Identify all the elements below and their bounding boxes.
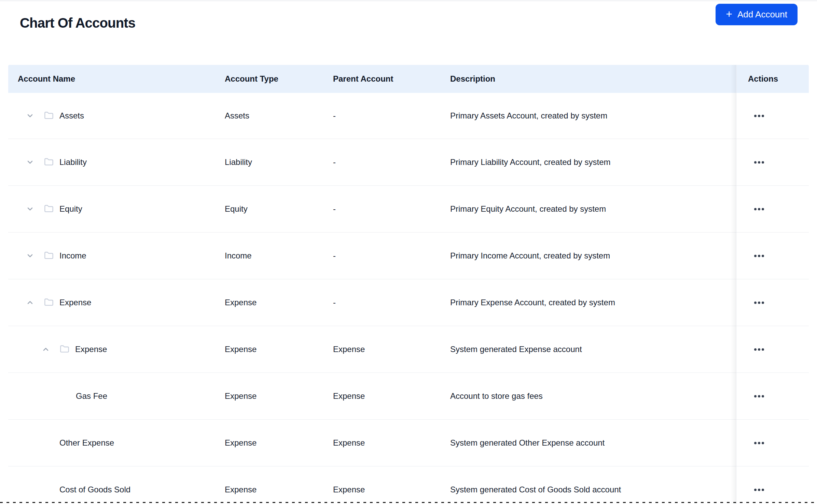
account-name: Liability: [59, 157, 87, 167]
parent-account-cell: Expense: [333, 373, 365, 419]
account-name-cell: Income: [8, 233, 86, 279]
account-name: Assets: [59, 111, 84, 121]
table-row: Expense Expense Expense System generated…: [8, 326, 809, 373]
expand-toggle-button[interactable]: [26, 298, 34, 307]
account-type-cell: Expense: [225, 420, 257, 466]
table-header: Account Name Account Type Parent Account…: [8, 65, 809, 93]
account-name: Cost of Goods Sold: [59, 485, 130, 494]
folder-icon: [44, 251, 54, 261]
description-cell: Primary Expense Account, created by syst…: [450, 279, 615, 326]
ellipsis-icon: [754, 302, 757, 304]
description-cell: System generated Expense account: [450, 326, 582, 373]
account-name: Gas Fee: [76, 391, 107, 401]
plus-icon: +: [726, 9, 732, 19]
table-row: Gas Fee Expense Expense Account to store…: [8, 373, 809, 420]
table-row: Equity Equity - Primary Equity Account, …: [8, 186, 809, 233]
row-actions-button[interactable]: [751, 437, 766, 449]
chevron-down-icon: [26, 158, 34, 166]
expand-toggle-button[interactable]: [42, 345, 50, 353]
parent-account-cell: -: [333, 186, 336, 232]
chevron-down-icon: [26, 112, 34, 120]
table-row: Liability Liability - Primary Liability …: [8, 139, 809, 186]
chevron-down-icon: [26, 205, 34, 213]
account-name-cell: Equity: [8, 186, 82, 232]
account-name-cell: Expense: [8, 279, 91, 326]
description-cell: Primary Liability Account, created by sy…: [450, 139, 611, 185]
folder-icon: [44, 157, 54, 167]
add-account-button[interactable]: + Add Account: [716, 4, 798, 25]
row-actions-button[interactable]: [751, 344, 766, 355]
folder-icon: [60, 345, 69, 354]
parent-account-cell: Expense: [333, 420, 365, 466]
table-row: Income Income - Primary Income Account, …: [8, 233, 809, 279]
account-name: Expense: [59, 298, 91, 307]
account-name-cell: Assets: [8, 93, 84, 139]
folder-icon: [44, 111, 54, 121]
account-type-cell: Income: [225, 233, 252, 279]
row-actions-button[interactable]: [751, 110, 766, 122]
actions-column-divider: [736, 65, 736, 504]
account-type-cell: Liability: [225, 139, 252, 185]
row-actions-button[interactable]: [751, 390, 766, 402]
description-cell: Primary Income Account, created by syste…: [450, 233, 610, 279]
parent-account-cell: -: [333, 93, 336, 139]
table-row: Cost of Goods Sold Expense Expense Syste…: [8, 466, 809, 504]
description-cell: Primary Assets Account, created by syste…: [450, 93, 607, 139]
bottom-dashed-edge: [0, 502, 817, 503]
column-header-description: Description: [450, 65, 495, 93]
page-title: Chart Of Accounts: [20, 15, 135, 31]
account-type-cell: Expense: [225, 326, 257, 373]
description-cell: System generated Cost of Goods Sold acco…: [450, 466, 621, 504]
ellipsis-icon: [754, 115, 757, 117]
parent-account-cell: -: [333, 233, 336, 279]
account-name: Income: [59, 251, 86, 261]
expand-toggle-button[interactable]: [26, 112, 34, 120]
table-row: Assets Assets - Primary Assets Account, …: [8, 93, 809, 139]
parent-account-cell: -: [333, 139, 336, 185]
folder-icon: [44, 298, 54, 307]
row-actions-button[interactable]: [751, 203, 766, 215]
expand-toggle-button[interactable]: [26, 158, 34, 166]
chart-of-accounts-page: Chart Of Accounts + Add Account Account …: [0, 0, 817, 504]
expand-toggle-button[interactable]: [26, 252, 34, 260]
chevron-up-icon: [42, 345, 50, 353]
ellipsis-icon: [754, 348, 757, 351]
column-header-actions: Actions: [748, 65, 778, 93]
chevron-up-icon: [26, 298, 34, 307]
account-name: Expense: [75, 345, 107, 354]
row-actions-button[interactable]: [751, 250, 766, 262]
parent-account-cell: Expense: [333, 466, 365, 504]
folder-icon: [44, 204, 54, 214]
account-type-cell: Expense: [225, 279, 257, 326]
account-name-cell: Cost of Goods Sold: [8, 466, 130, 504]
table-row: Expense Expense - Primary Expense Accoun…: [8, 279, 809, 326]
account-type-cell: Assets: [225, 93, 249, 139]
table-row: Other Expense Expense Expense System gen…: [8, 420, 809, 466]
account-type-cell: Expense: [225, 373, 257, 419]
ellipsis-icon: [754, 161, 757, 164]
ellipsis-icon: [754, 208, 757, 210]
row-actions-button[interactable]: [751, 484, 766, 495]
column-header-account-type: Account Type: [225, 65, 278, 93]
account-type-cell: Expense: [225, 466, 257, 504]
row-actions-button[interactable]: [751, 156, 766, 168]
ellipsis-icon: [754, 442, 757, 444]
row-actions-button[interactable]: [751, 297, 766, 308]
window-top-edge: [0, 0, 817, 1]
expand-toggle-button[interactable]: [26, 205, 34, 213]
ellipsis-icon: [754, 255, 757, 257]
account-type-cell: Equity: [225, 186, 248, 232]
description-cell: System generated Other Expense account: [450, 420, 605, 466]
ellipsis-icon: [754, 395, 757, 397]
description-cell: Account to store gas fees: [450, 373, 543, 419]
add-account-label: Add Account: [737, 9, 787, 20]
description-cell: Primary Equity Account, created by syste…: [450, 186, 606, 232]
column-header-account-name: Account Name: [18, 65, 75, 93]
account-name: Equity: [59, 204, 82, 214]
ellipsis-icon: [754, 489, 757, 491]
parent-account-cell: Expense: [333, 326, 365, 373]
accounts-table: Account Name Account Type Parent Account…: [8, 65, 809, 504]
account-name-cell: Other Expense: [8, 420, 114, 466]
account-name: Other Expense: [59, 438, 114, 448]
chevron-down-icon: [26, 252, 34, 260]
